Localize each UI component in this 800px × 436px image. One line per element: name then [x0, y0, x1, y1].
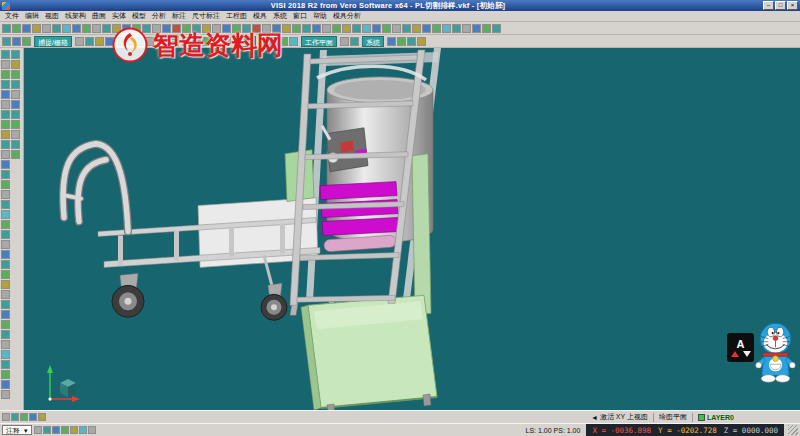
- toolbar-icon[interactable]: [11, 70, 20, 79]
- toolbar-icon[interactable]: [312, 24, 321, 33]
- toolbar-icon[interactable]: [202, 37, 211, 46]
- toolbar-icon[interactable]: [272, 24, 281, 33]
- toolbar-icon[interactable]: [402, 24, 411, 33]
- toolbar-icon[interactable]: [1, 100, 10, 109]
- toolbar-icon[interactable]: [145, 37, 154, 46]
- toolbar-icon[interactable]: [222, 24, 231, 33]
- status-icon[interactable]: [29, 413, 37, 421]
- toolbar-icon[interactable]: [422, 24, 431, 33]
- toolbar-icon[interactable]: [1, 200, 10, 209]
- toolbar-icon[interactable]: [42, 24, 51, 33]
- 3d-viewport[interactable]: A: [24, 48, 800, 410]
- annotation-select[interactable]: 注释 ▾: [2, 425, 32, 435]
- layer-color-swatch[interactable]: [698, 414, 705, 421]
- toolbar-icon[interactable]: [162, 24, 171, 33]
- toolbar-icon[interactable]: [340, 37, 349, 46]
- toolbar-icon[interactable]: [1, 160, 10, 169]
- menu-item[interactable]: 视图: [42, 11, 62, 21]
- toolbar-icon[interactable]: [1, 340, 10, 349]
- toolbar-icon[interactable]: [2, 37, 11, 46]
- toolbar-icon[interactable]: [1, 140, 10, 149]
- menu-item[interactable]: 标注: [169, 11, 189, 21]
- cart-wheel-rear[interactable]: [261, 283, 287, 320]
- toolbar-icon[interactable]: [1, 130, 10, 139]
- menu-item[interactable]: 曲面: [89, 11, 109, 21]
- toolbar-icon[interactable]: [1, 90, 10, 99]
- toolbar-icon[interactable]: [202, 24, 211, 33]
- menu-item[interactable]: 文件: [2, 11, 22, 21]
- toolbar-icon[interactable]: [1, 320, 10, 329]
- view-orientation-widget[interactable]: A: [727, 333, 754, 362]
- toolbar-icon[interactable]: [12, 24, 21, 33]
- toolbar-icon[interactable]: [332, 24, 341, 33]
- toolbar-icon[interactable]: [282, 24, 291, 33]
- toolbar-icon[interactable]: [182, 24, 191, 33]
- toolbar-icon[interactable]: [232, 24, 241, 33]
- status-icon[interactable]: [20, 413, 28, 421]
- cart-handle[interactable]: [63, 144, 128, 232]
- toolbar-icon[interactable]: [152, 24, 161, 33]
- toolbar-icon[interactable]: [22, 24, 31, 33]
- toolbar-icon[interactable]: [1, 250, 10, 259]
- toolbar-icon[interactable]: [182, 37, 191, 46]
- toolbar-icon[interactable]: [135, 37, 144, 46]
- toolbar-icon[interactable]: [302, 24, 311, 33]
- toolbar-icon[interactable]: [102, 24, 111, 33]
- chute-panel[interactable]: [290, 295, 437, 410]
- toolbar-icon[interactable]: [125, 37, 134, 46]
- toolbar-icon[interactable]: [122, 24, 131, 33]
- toolbar-icon[interactable]: [1, 170, 10, 179]
- toolbar-icon[interactable]: [472, 24, 481, 33]
- toolbar-icon[interactable]: [350, 37, 359, 46]
- toolbar-icon[interactable]: [11, 80, 20, 89]
- toolbar-icon[interactable]: [11, 120, 20, 129]
- status-icon[interactable]: [38, 413, 46, 421]
- toolbar-icon[interactable]: [1, 80, 10, 89]
- menu-item[interactable]: 模型: [129, 11, 149, 21]
- status-icon[interactable]: [88, 426, 96, 434]
- toolbar-icon[interactable]: [452, 24, 461, 33]
- toolbar-icon[interactable]: [112, 24, 121, 33]
- toolbar-icon[interactable]: [462, 24, 471, 33]
- menu-item[interactable]: 模具: [250, 11, 270, 21]
- toolbar-icon[interactable]: [192, 24, 201, 33]
- toolbar-icon[interactable]: [11, 110, 20, 119]
- origin-part[interactable]: [60, 379, 76, 397]
- toolbar-icon[interactable]: [52, 24, 61, 33]
- menu-item[interactable]: 系统: [270, 11, 290, 21]
- prev-view-button[interactable]: ◄: [591, 414, 598, 421]
- toolbar-icon[interactable]: [172, 24, 181, 33]
- toolbar-icon[interactable]: [1, 280, 10, 289]
- menu-item[interactable]: 线架构: [62, 11, 89, 21]
- toolbar-icon[interactable]: [1, 60, 10, 69]
- toolbar-icon[interactable]: [11, 100, 20, 109]
- toolbar-icon[interactable]: [62, 24, 71, 33]
- cart-wheel-front[interactable]: [112, 273, 144, 317]
- toolbar-icon[interactable]: [72, 24, 81, 33]
- toolbar-icon[interactable]: [212, 37, 221, 46]
- toolbar-icon[interactable]: [442, 24, 451, 33]
- menu-item[interactable]: 分析: [149, 11, 169, 21]
- toolbar-icon[interactable]: [12, 37, 21, 46]
- toolbar-icon[interactable]: [372, 24, 381, 33]
- menu-item[interactable]: 尺寸标注: [189, 11, 223, 21]
- toolbar-icon[interactable]: [11, 140, 20, 149]
- menu-item[interactable]: 编辑: [22, 11, 42, 21]
- toolbar-icon[interactable]: [1, 50, 10, 59]
- side-panel-green[interactable]: [412, 154, 431, 316]
- toolbar-icon[interactable]: [382, 24, 391, 33]
- toolbar-icon[interactable]: [1, 120, 10, 129]
- layer-name[interactable]: LAYER0: [707, 414, 734, 421]
- toolbar-icon[interactable]: [1, 260, 10, 269]
- status-icon[interactable]: [11, 413, 19, 421]
- toolbar-icon[interactable]: [482, 24, 491, 33]
- toolbar-icon[interactable]: [11, 50, 20, 59]
- toolbar-icon[interactable]: [82, 24, 91, 33]
- toolbar-icon[interactable]: [342, 24, 351, 33]
- toolbar-icon[interactable]: [11, 60, 20, 69]
- status-icon[interactable]: [52, 426, 60, 434]
- toolbar-icon[interactable]: [1, 350, 10, 359]
- menu-item[interactable]: 工程图: [223, 11, 250, 21]
- status-icon[interactable]: [34, 426, 42, 434]
- toolbar-icon[interactable]: [142, 24, 151, 33]
